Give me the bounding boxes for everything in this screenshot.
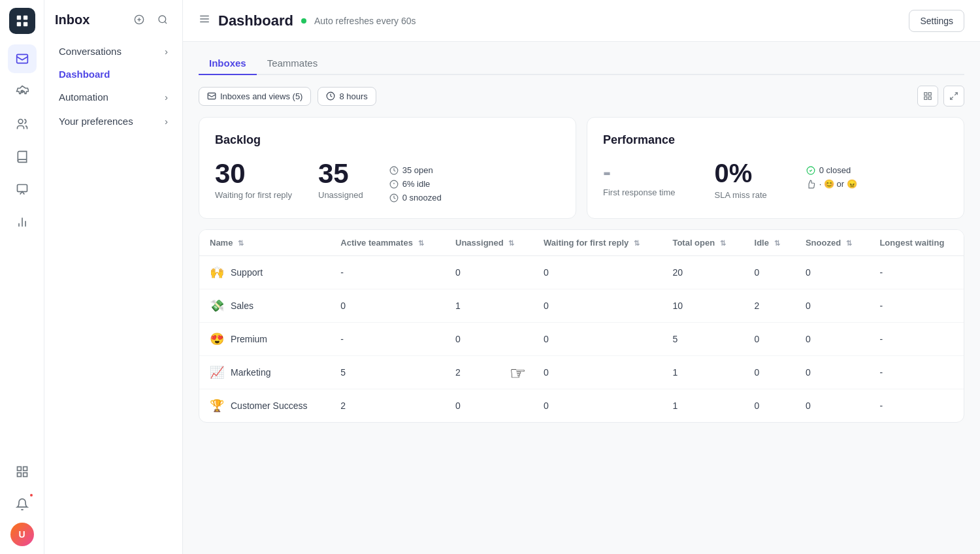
row-emoji: 🏆 bbox=[210, 399, 224, 413]
row-emoji: 🙌 bbox=[210, 265, 224, 280]
page-title: Dashboard bbox=[218, 12, 293, 29]
svg-rect-14 bbox=[23, 473, 27, 477]
idle-label: 6% idle bbox=[402, 179, 431, 189]
row-name-label: Premium bbox=[231, 334, 267, 344]
table-row[interactable]: 🙌 Support - 0 0 20 0 0 - bbox=[199, 256, 964, 289]
col-snoozed[interactable]: Snoozed ⇅ bbox=[795, 230, 869, 256]
svg-line-19 bbox=[165, 22, 167, 24]
tab-teammates[interactable]: Teammates bbox=[257, 52, 329, 75]
backlog-card: Backlog 30 Waiting for first reply 35 Un… bbox=[199, 117, 576, 219]
col-longest-waiting[interactable]: Longest waiting bbox=[869, 230, 964, 256]
app-logo[interactable] bbox=[9, 8, 35, 34]
cell-total-open: 10 bbox=[662, 289, 743, 323]
table-row[interactable]: 🏆 Customer Success 2 0 0 1 0 0 - bbox=[199, 389, 964, 423]
cell-waiting-first-reply: 0 bbox=[533, 389, 662, 423]
cell-unassigned: 1 bbox=[445, 289, 533, 323]
svg-rect-4 bbox=[16, 54, 27, 63]
automation-chevron: › bbox=[165, 91, 168, 103]
sidebar-item-grid[interactable] bbox=[8, 457, 37, 486]
waiting-number: 30 bbox=[215, 160, 292, 187]
sla-label: SLA miss rate bbox=[715, 190, 767, 200]
inbox-table: Name ⇅ Active teammates ⇅ Unassigned ⇅ W… bbox=[199, 229, 964, 423]
settings-button[interactable]: Settings bbox=[909, 10, 964, 32]
col-waiting[interactable]: Waiting for first reply ⇅ bbox=[533, 230, 662, 256]
cell-unassigned: 0 bbox=[445, 389, 533, 423]
unassigned-metric: 35 Unassigned bbox=[318, 160, 363, 200]
preferences-chevron: › bbox=[165, 116, 168, 127]
first-response-label: First response time bbox=[603, 187, 676, 197]
inboxes-filter-button[interactable]: Inboxes and views (5) bbox=[199, 87, 311, 106]
auto-refresh-text: Auto refreshes every 60s bbox=[314, 16, 416, 26]
svg-rect-12 bbox=[23, 467, 27, 471]
cell-longest-waiting: - bbox=[869, 289, 964, 323]
open-label: 35 open bbox=[402, 165, 433, 175]
hamburger-icon[interactable] bbox=[199, 13, 210, 28]
cell-total-open: 5 bbox=[662, 323, 743, 356]
col-total-open[interactable]: Total open ⇅ bbox=[662, 230, 743, 256]
waiting-metric: 30 Waiting for first reply bbox=[215, 160, 292, 200]
sidebar-item-conversations[interactable]: Conversations › bbox=[48, 39, 178, 63]
cell-name: 💸 Sales bbox=[199, 289, 330, 323]
svg-rect-26 bbox=[928, 93, 931, 95]
icon-bar: U bbox=[0, 0, 44, 554]
col-name[interactable]: Name ⇅ bbox=[199, 230, 330, 256]
sidebar-item-chat[interactable] bbox=[8, 175, 37, 204]
sidebar-header-icons bbox=[130, 10, 172, 29]
col-unassigned[interactable]: Unassigned ⇅ bbox=[445, 230, 533, 256]
sidebar-item-people[interactable] bbox=[8, 110, 37, 138]
cell-unassigned: 2 bbox=[445, 356, 533, 389]
row-name-label: Support bbox=[231, 267, 263, 278]
sidebar-compose-icon[interactable] bbox=[130, 10, 148, 29]
cell-idle: 0 bbox=[744, 256, 795, 289]
table-row[interactable]: 💸 Sales 0 1 0 10 2 0 - bbox=[199, 289, 964, 323]
performance-small-metrics: 0 closed · 😊 or 😠 bbox=[806, 165, 857, 189]
svg-point-6 bbox=[18, 120, 23, 124]
svg-rect-3 bbox=[23, 22, 27, 26]
user-avatar[interactable]: U bbox=[10, 523, 34, 546]
sidebar-item-chart[interactable] bbox=[8, 208, 37, 236]
table-header-row: Name ⇅ Active teammates ⇅ Unassigned ⇅ W… bbox=[199, 230, 964, 256]
cell-waiting-first-reply: 0 bbox=[533, 256, 662, 289]
sidebar-item-rocket[interactable] bbox=[8, 77, 37, 106]
rating-metric-item: · 😊 or 😠 bbox=[806, 179, 857, 189]
hours-filter-button[interactable]: 8 hours bbox=[318, 87, 376, 106]
backlog-title: Backlog bbox=[215, 133, 560, 147]
status-indicator bbox=[301, 18, 306, 24]
svg-point-18 bbox=[159, 16, 166, 23]
rating-label: · 😊 or 😠 bbox=[819, 179, 857, 189]
row-emoji: 😍 bbox=[210, 332, 224, 346]
expand-button[interactable] bbox=[943, 86, 964, 106]
table-row[interactable]: 😍 Premium - 0 0 5 0 0 - bbox=[199, 323, 964, 356]
sidebar-item-automation[interactable]: Automation › bbox=[48, 85, 178, 109]
cell-snoozed: 0 bbox=[795, 256, 869, 289]
tab-inboxes[interactable]: Inboxes bbox=[199, 52, 257, 75]
cell-name: 😍 Premium bbox=[199, 323, 330, 356]
performance-title: Performance bbox=[603, 133, 948, 147]
table-body: 🙌 Support - 0 0 20 0 0 - 💸 Sales 0 1 0 1… bbox=[199, 256, 964, 423]
idle-metric-item: 6% idle bbox=[389, 179, 442, 189]
main-header: Dashboard Auto refreshes every 60s Setti… bbox=[183, 0, 980, 42]
cell-total-open: 1 bbox=[662, 356, 743, 389]
sidebar-item-preferences[interactable]: Your preferences › bbox=[48, 109, 178, 133]
sidebar-item-inbox[interactable] bbox=[8, 44, 37, 73]
cell-active-teammates: 2 bbox=[330, 389, 445, 423]
sidebar-search-icon[interactable] bbox=[154, 10, 172, 29]
first-response-metric: - First response time bbox=[603, 160, 676, 197]
cell-name: 🏆 Customer Success bbox=[199, 389, 330, 423]
backlog-metrics: 30 Waiting for first reply 35 Unassigned… bbox=[215, 160, 560, 203]
open-metric-item: 35 open bbox=[389, 165, 442, 175]
sidebar-item-book[interactable] bbox=[8, 142, 37, 171]
col-idle[interactable]: Idle ⇅ bbox=[744, 230, 795, 256]
row-emoji: 💸 bbox=[210, 299, 224, 313]
sidebar-item-dashboard[interactable]: Dashboard bbox=[44, 63, 182, 85]
name-sort-icon: ⇅ bbox=[238, 239, 244, 247]
filter-left: Inboxes and views (5) 8 hours bbox=[199, 87, 376, 106]
col-active-teammates[interactable]: Active teammates ⇅ bbox=[330, 230, 445, 256]
svg-rect-0 bbox=[16, 16, 20, 20]
table-row[interactable]: 📈 Marketing 5 2 0 1 0 0 - bbox=[199, 356, 964, 389]
cell-snoozed: 0 bbox=[795, 323, 869, 356]
notifications-wrapper bbox=[8, 490, 37, 519]
content-area: Inboxes Teammates Inboxes and views (5) … bbox=[183, 42, 980, 554]
performance-card: Performance - First response time 0% SLA… bbox=[587, 117, 964, 219]
grid-view-button[interactable] bbox=[917, 86, 938, 106]
